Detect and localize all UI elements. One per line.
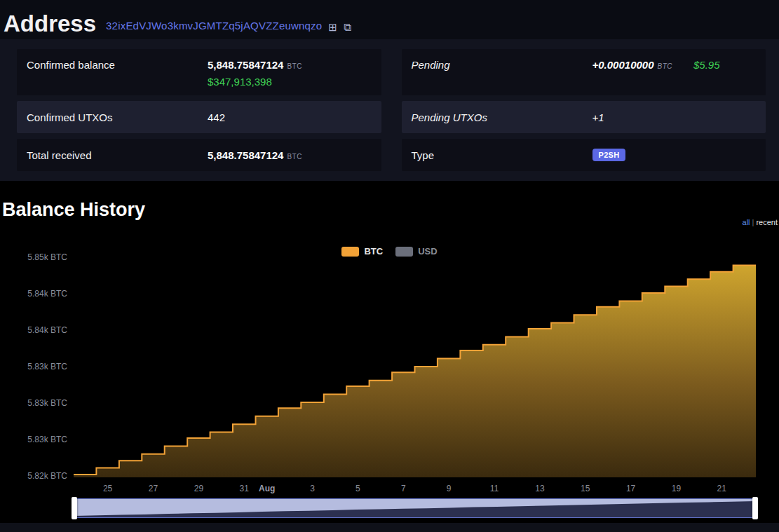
pending-utxos-label: Pending UTXOs: [412, 111, 592, 123]
navigator-data-shadow: [74, 499, 755, 517]
address-type-badge: P2SH: [592, 149, 626, 161]
navigator-left-handle[interactable]: [72, 497, 77, 519]
balance-history-chart[interactable]: 5.85k BTC5.84k BTC5.84k BTC5.83k BTC5.83…: [0, 231, 779, 522]
chart-navigator[interactable]: [74, 498, 756, 518]
page-title: Address: [4, 12, 96, 35]
x-tick-label: 31: [240, 484, 250, 493]
copy-icon[interactable]: ⧉: [344, 22, 351, 32]
type-label: Type: [412, 149, 592, 161]
pending-utxos-row: Pending UTXOs +1: [402, 101, 766, 133]
balance-history-title: Balance History: [2, 199, 145, 221]
stats-panels: Confirmed balance 5,848.75847124 BTC $34…: [17, 49, 766, 177]
range-recent-link[interactable]: recent: [756, 218, 778, 226]
navigator-shadow-polygon: [74, 501, 755, 517]
x-tick-label: 11: [490, 484, 499, 493]
x-tick-label: 21: [717, 484, 727, 493]
total-received-unit: BTC: [287, 153, 302, 161]
range-all-link[interactable]: all: [743, 218, 750, 226]
y-tick-label: 5.83k BTC: [27, 435, 67, 444]
pending-utxos-value: +1: [592, 111, 604, 123]
y-tick-label: 5.83k BTC: [27, 398, 67, 408]
confirmed-balance-value: 5,848.75847124 BTC $347,913,398: [208, 59, 302, 88]
confirmed-balance-row: Confirmed balance 5,848.75847124 BTC $34…: [17, 49, 381, 95]
x-tick-label: 27: [149, 484, 158, 493]
x-tick-label: Aug: [259, 484, 275, 493]
x-tick-label: 15: [581, 484, 590, 493]
x-tick-label: 19: [672, 484, 682, 493]
pending-value: +0.00010000 BTC $5.95: [592, 59, 720, 71]
y-tick-label: 5.85k BTC: [27, 252, 67, 262]
confirmed-utxos-value: 442: [208, 111, 225, 123]
range-selector: all|recent: [743, 218, 778, 226]
address-header: Address 32ixEdVJWo3kmvJGMTZq5jAQVZZeuwnq…: [0, 0, 779, 39]
type-row: Type P2SH: [402, 139, 766, 171]
btc-unit: BTC: [287, 62, 302, 70]
total-received-amount: 5,848.75847124: [208, 149, 283, 161]
address-value: 32ixEdVJWo3kmvJGMTZq5jAQVZZeuwnqzo: [106, 20, 322, 32]
total-received-row: Total received 5,848.75847124 BTC: [17, 139, 381, 171]
pending-row: Pending +0.00010000 BTC $5.95: [402, 49, 766, 95]
x-tick-label: 9: [447, 484, 452, 493]
address-summary-section: Address 32ixEdVJWo3kmvJGMTZq5jAQVZZeuwnq…: [0, 0, 779, 181]
next-section-edge: [0, 523, 779, 532]
usd-amount: $347,913,398: [208, 76, 302, 88]
pending-label: Pending: [412, 59, 592, 71]
total-received-label: Total received: [27, 149, 208, 161]
btc-amount: 5,848.75847124: [208, 59, 283, 71]
x-tick-label: 5: [355, 484, 360, 493]
y-tick-label: 5.84k BTC: [27, 325, 67, 335]
qr-code-icon[interactable]: ⊞: [328, 22, 337, 32]
confirmed-utxos-row: Confirmed UTXOs 442: [17, 101, 381, 133]
y-tick-label: 5.84k BTC: [27, 289, 67, 299]
x-tick-label: 13: [535, 484, 545, 493]
x-tick-label: 3: [310, 484, 315, 493]
x-tick-label: 25: [103, 484, 113, 493]
pending-unit: BTC: [658, 62, 673, 70]
navigator-right-handle[interactable]: [752, 497, 758, 519]
stats-panel-left: Confirmed balance 5,848.75847124 BTC $34…: [17, 49, 381, 177]
y-tick-label: 5.82k BTC: [27, 471, 67, 481]
pending-amount: +0.00010000: [592, 59, 654, 71]
x-tick-label: 7: [401, 484, 406, 493]
stats-panel-right: Pending +0.00010000 BTC $5.95 Pending UT…: [402, 49, 766, 177]
x-tick-label: 17: [626, 484, 636, 493]
pending-usd: $5.95: [693, 59, 720, 71]
confirmed-balance-label: Confirmed balance: [27, 59, 208, 71]
y-tick-label: 5.83k BTC: [27, 362, 67, 371]
range-separator: |: [752, 218, 754, 226]
confirmed-utxos-label: Confirmed UTXOs: [27, 111, 208, 123]
x-tick-label: 29: [194, 484, 204, 493]
